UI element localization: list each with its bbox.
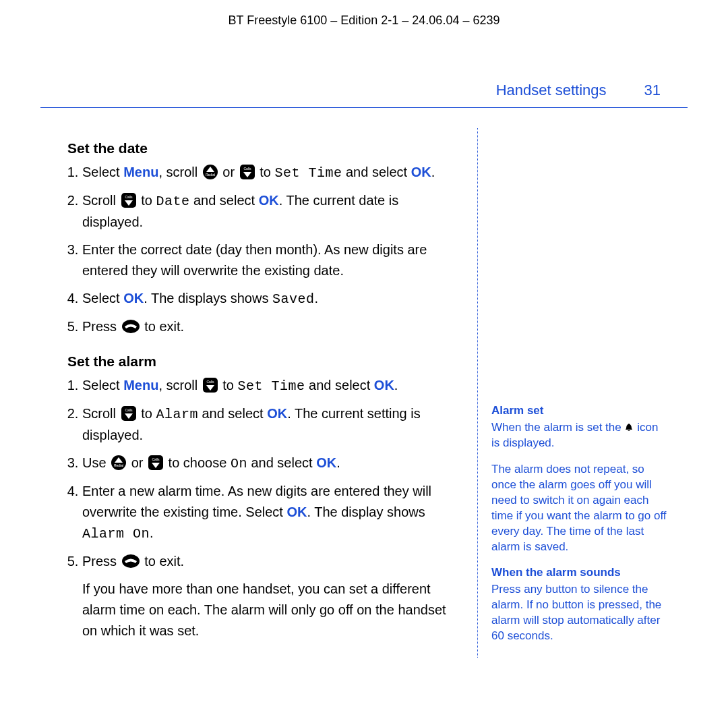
down-calls-icon: [203, 378, 218, 393]
set-alarm-steps: Select Menu, scroll to Set Time and sele…: [67, 375, 453, 641]
set-date-heading: Set the date: [67, 140, 453, 156]
list-item: Select OK. The displays shows Saved.: [82, 288, 453, 310]
ok-ref: OK: [123, 291, 144, 306]
list-item: Press to exit.: [82, 316, 453, 337]
ok-ref: OK: [267, 406, 287, 421]
list-item: Scroll to Date and select OK. The curren…: [82, 190, 453, 233]
up-redial-icon: [111, 455, 126, 470]
lcd-text: Set Time: [274, 165, 342, 181]
list-item: Enter the correct date (day then month).…: [82, 239, 453, 281]
lcd-text: Alarm: [156, 407, 198, 422]
hangup-icon: [122, 320, 140, 333]
list-item: Scroll to Alarm and select OK. The curre…: [82, 403, 453, 446]
list-item: Enter a new alarm time. As new digits ar…: [82, 481, 453, 544]
list-item: Press to exit. If you have more than one…: [82, 551, 453, 641]
down-calls-icon: [240, 165, 255, 179]
down-calls-icon: [121, 193, 136, 208]
document-header: BT Freestyle 6100 – Edition 2-1 – 24.06.…: [40, 13, 688, 28]
list-item: Use or to choose On and select OK.: [82, 453, 453, 474]
section-title: Handset settings: [496, 82, 607, 99]
lcd-text: Set Time: [238, 378, 305, 394]
sidebar-heading-alarm-set: Alarm set: [491, 403, 667, 419]
down-calls-icon: [148, 455, 163, 470]
column-divider: [477, 128, 478, 658]
section-header: Handset settings 31: [40, 82, 688, 99]
list-item: Select Menu, scroll or to Set Time and s…: [82, 162, 453, 183]
page-number: 31: [644, 82, 661, 99]
menu-ref: Menu: [123, 378, 158, 393]
main-column: Set the date Select Menu, scroll or to S…: [40, 128, 466, 658]
ok-ref: OK: [374, 378, 394, 393]
lcd-text: On: [231, 456, 247, 471]
list-item: Select Menu, scroll to Set Time and sele…: [82, 375, 453, 397]
set-date-steps: Select Menu, scroll or to Set Time and s…: [67, 162, 453, 337]
lcd-text: Alarm On: [82, 526, 150, 542]
header-rule: [40, 107, 688, 108]
lcd-text: Date: [156, 194, 189, 209]
sidebar-paragraph: The alarm does not repeat, so once the a…: [491, 462, 667, 555]
bell-icon: [624, 421, 634, 434]
down-calls-icon: [121, 406, 136, 421]
sidebar-column: Alarm set When the alarm is set the icon…: [483, 128, 688, 658]
up-redial-icon: [203, 165, 218, 179]
hangup-icon: [122, 554, 140, 568]
sidebar-paragraph: When the alarm is set the icon is displa…: [491, 420, 667, 451]
alarm-note: If you have more than one handset, you c…: [82, 579, 453, 641]
ok-ref: OK: [316, 455, 336, 470]
ok-ref: OK: [259, 193, 279, 208]
sidebar-heading-alarm-sounds: When the alarm sounds: [491, 565, 667, 581]
set-alarm-heading: Set the alarm: [67, 353, 453, 370]
lcd-text: Saved: [272, 291, 315, 307]
sidebar-paragraph: Press any button to silence the alarm. I…: [491, 582, 667, 644]
menu-ref: Menu: [123, 165, 158, 179]
ok-ref: OK: [286, 504, 307, 519]
ok-ref: OK: [411, 165, 431, 179]
